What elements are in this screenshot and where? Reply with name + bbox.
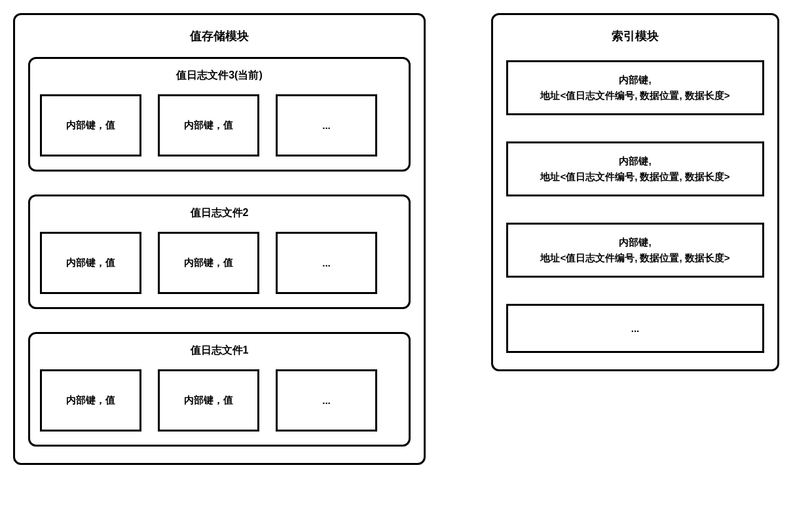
index-key-label: 内部键,: [515, 72, 756, 88]
storage-module: 值存储模块 值日志文件3(当前) 内部键，值 内部键，值 ... 值日志文件2 …: [13, 13, 426, 465]
entry: 内部键，值: [40, 369, 141, 432]
log-file-title: 值日志文件3(当前): [40, 69, 399, 83]
index-key-label: 内部键,: [515, 153, 756, 169]
storage-title: 值存储模块: [28, 28, 411, 44]
log-file-title: 值日志文件1: [40, 344, 399, 358]
index-entry-ellipsis: ...: [506, 304, 764, 353]
entries-row: 内部键，值 内部键，值 ...: [40, 232, 399, 294]
index-key-label: 内部键,: [515, 234, 756, 250]
entry: 内部键，值: [158, 94, 259, 157]
entries-row: 内部键，值 内部键，值 ...: [40, 369, 399, 432]
entry-ellipsis: ...: [276, 232, 377, 294]
index-entry: 内部键, 地址<值日志文件编号, 数据位置, 数据长度>: [506, 60, 764, 115]
index-address-label: 地址<值日志文件编号, 数据位置, 数据长度>: [515, 88, 756, 103]
index-address-label: 地址<值日志文件编号, 数据位置, 数据长度>: [515, 250, 756, 266]
entry: 内部键，值: [40, 94, 141, 157]
index-entry: 内部键, 地址<值日志文件编号, 数据位置, 数据长度>: [506, 141, 764, 196]
entry: 内部键，值: [40, 232, 141, 294]
diagram-container: 值存储模块 值日志文件3(当前) 内部键，值 内部键，值 ... 值日志文件2 …: [13, 13, 799, 465]
index-address-label: 地址<值日志文件编号, 数据位置, 数据长度>: [515, 169, 756, 185]
entry: 内部键，值: [158, 232, 259, 294]
index-module: 索引模块 内部键, 地址<值日志文件编号, 数据位置, 数据长度> 内部键, 地…: [491, 13, 779, 371]
index-entry: 内部键, 地址<值日志文件编号, 数据位置, 数据长度>: [506, 223, 764, 278]
index-title: 索引模块: [506, 28, 764, 44]
entry: 内部键，值: [158, 369, 259, 432]
log-file-1: 值日志文件1 内部键，值 内部键，值 ...: [28, 332, 411, 447]
log-file-2: 值日志文件2 内部键，值 内部键，值 ...: [28, 194, 411, 309]
log-file-title: 值日志文件2: [40, 206, 399, 220]
entry-ellipsis: ...: [276, 94, 377, 157]
entry-ellipsis: ...: [276, 369, 377, 432]
ellipsis: ...: [631, 321, 640, 337]
entries-row: 内部键，值 内部键，值 ...: [40, 94, 399, 157]
log-file-3: 值日志文件3(当前) 内部键，值 内部键，值 ...: [28, 57, 411, 172]
